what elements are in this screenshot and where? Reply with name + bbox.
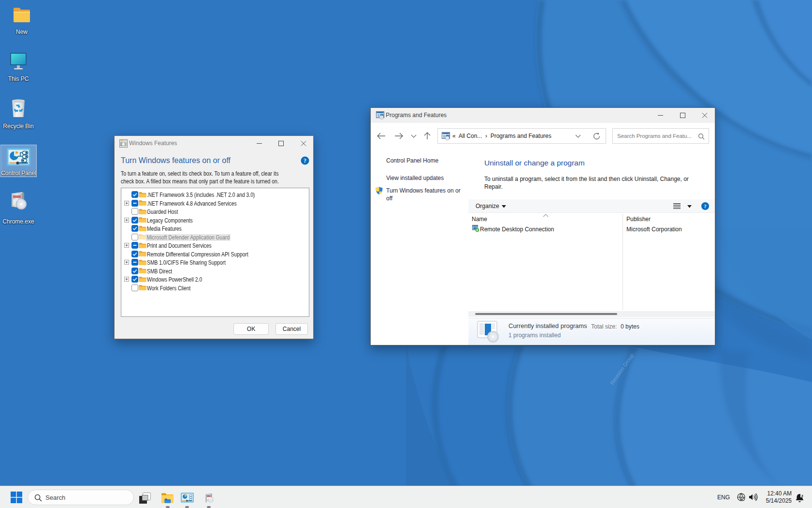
svg-text:?: ? [304, 157, 306, 164]
svg-text:?: ? [704, 203, 707, 209]
svg-text:z: z [801, 493, 803, 498]
